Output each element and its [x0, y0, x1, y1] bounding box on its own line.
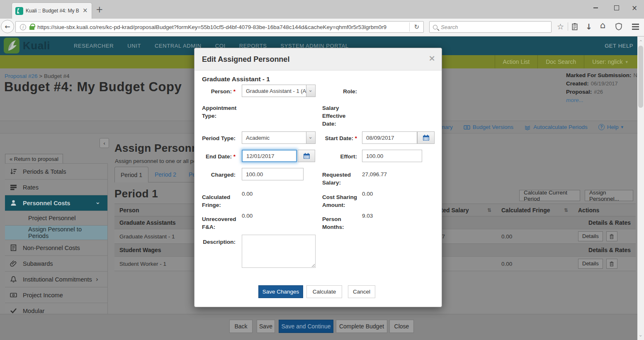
sidebar-item-project-personnel[interactable]: Project Personnel — [5, 211, 107, 225]
start-date-calendar-button[interactable] — [417, 131, 435, 144]
sidebar-item-institutional-commitments[interactable]: Institutional Commitments — [5, 271, 107, 287]
start-date-input[interactable] — [362, 131, 417, 144]
new-tab-button[interactable] — [96, 5, 103, 15]
charged-input[interactable] — [242, 168, 304, 180]
scroll-up-arrow[interactable] — [637, 37, 644, 44]
nav-unit[interactable]: UNIT — [127, 43, 141, 49]
unrecovered-fa-value: 0.00 — [242, 213, 253, 219]
budget-versions-link[interactable]: Budget Versions — [464, 124, 513, 130]
details-button[interactable]: Details — [578, 259, 603, 269]
effort-input[interactable] — [362, 150, 422, 162]
window-maximize-button[interactable] — [610, 2, 624, 14]
calculate-button[interactable]: Calculate — [306, 285, 342, 298]
rates-icon — [10, 184, 17, 191]
sidebar-item-personnel-costs[interactable]: Personnel Costs — [5, 195, 107, 211]
sidebar-item-non-personnel-costs[interactable]: Non-Personnel Costs — [5, 240, 107, 255]
person-select[interactable]: Graduate Assistant - 1 (A — [242, 85, 316, 97]
trash-button[interactable] — [606, 259, 617, 269]
browser-tab[interactable]: Kuali :: Budget #4: My Budg — [12, 2, 92, 19]
details-rates-link[interactable]: Details & Rates — [573, 244, 636, 257]
return-to-proposal-button[interactable]: « Return to proposal — [5, 154, 63, 164]
sidebar-collapse-button[interactable] — [100, 138, 109, 148]
chevron-down-icon — [306, 85, 315, 97]
doc-search-link[interactable]: Doc Search — [537, 55, 584, 68]
close-icon[interactable] — [428, 54, 435, 62]
action-list-link[interactable]: Action List — [495, 55, 538, 68]
kuali-logo — [3, 37, 20, 54]
home-icon[interactable] — [600, 21, 605, 29]
complete-budget-button[interactable]: Complete Budget — [336, 320, 387, 333]
fringe-cell: 0.00 — [496, 257, 573, 271]
tab-period-1[interactable]: Period 1 — [114, 167, 148, 182]
tab-close-icon[interactable] — [82, 7, 88, 14]
end-date-label: End Date: — [194, 153, 236, 160]
bell-icon — [10, 276, 17, 283]
tab-period-2[interactable]: Period 2 — [148, 167, 182, 182]
check-icon — [10, 307, 17, 314]
sort-toggle-icon[interactable] — [487, 207, 491, 213]
sidebar-item-assign-personnel-to-periods[interactable]: Assign Personnel to Periods — [5, 225, 107, 240]
sidebar-item-subawards[interactable]: Subawards — [5, 255, 107, 271]
sidebar-item-rates[interactable]: Rates — [5, 179, 107, 195]
chevron-down-icon — [306, 132, 315, 143]
reload-icon[interactable] — [409, 22, 421, 32]
close-button[interactable]: Close — [389, 320, 414, 333]
menu-icon[interactable] — [632, 24, 639, 25]
meta-value: 06/19/2017 — [591, 80, 618, 87]
nav-researcher[interactable]: RESEARCHER — [74, 43, 114, 49]
breadcrumb-proposal-link[interactable]: Proposal #26 — [5, 73, 38, 79]
save-button[interactable]: Save — [257, 320, 275, 333]
details-button[interactable]: Details — [578, 231, 603, 241]
save-changes-button[interactable]: Save Changes — [258, 285, 303, 298]
fringe-cell: 0.00 — [496, 229, 573, 244]
scroll-down-arrow[interactable] — [637, 333, 644, 339]
window-minimize-button[interactable] — [588, 2, 603, 14]
back-page-button[interactable]: Back — [229, 320, 253, 333]
shield-icon[interactable] — [615, 23, 622, 30]
more-link[interactable]: more... — [566, 97, 583, 103]
lock-icon — [29, 26, 34, 30]
breadcrumb: Proposal #26 > Budget #4 — [5, 73, 70, 79]
appointment-type-label: Appointment Type: — [202, 104, 243, 120]
autocalculate-periods-link[interactable]: Autocalculate Periods — [524, 124, 588, 130]
sidebar-item-project-income[interactable]: Project Income — [5, 287, 107, 303]
cancel-button[interactable]: Cancel — [348, 285, 375, 298]
search-input[interactable] — [440, 24, 548, 31]
period-type-select[interactable]: Academic — [242, 131, 316, 144]
library-icon[interactable] — [571, 23, 578, 30]
window-close-button[interactable] — [627, 2, 642, 14]
get-help-link[interactable]: GET HELP — [605, 43, 633, 49]
calculate-current-period-button[interactable]: Calculate Current Period — [519, 190, 580, 201]
end-date-calendar-button[interactable] — [298, 150, 315, 162]
person-months-label: Person Months: — [322, 215, 351, 231]
chevron-down-icon — [94, 202, 102, 204]
calculated-fringe-value: 0.00 — [242, 191, 253, 197]
sort-toggle-icon[interactable] — [564, 207, 568, 213]
info-icon[interactable] — [20, 24, 26, 30]
search-box — [429, 21, 552, 33]
trash-button[interactable] — [606, 231, 617, 241]
end-date-input[interactable] — [242, 150, 297, 162]
assign-personnel-button[interactable]: Assign Personnel... — [585, 190, 633, 201]
cost-sharing-label: Cost Sharing Amount: — [322, 193, 364, 209]
details-rates-link[interactable]: Details & Rates — [573, 216, 636, 229]
period-type-label: Period Type: — [194, 134, 236, 142]
back-button[interactable] — [1, 20, 14, 33]
person-months-value: 9.03 — [362, 213, 373, 219]
downloads-icon[interactable] — [586, 22, 592, 31]
save-and-continue-button[interactable]: Save and Continue — [279, 320, 333, 333]
help-menu[interactable]: Help — [598, 124, 623, 130]
user-menu[interactable]: User: nglick — [584, 55, 636, 68]
unrecovered-fa-label: Unrecovered F&A: — [202, 215, 248, 231]
help-icon — [598, 124, 605, 130]
browser-titlebar: Kuali :: Budget #4: My Budg — [0, 0, 644, 19]
url-bar[interactable]: https://siue-sbx.kuali.co/res/kc-pd-krad… — [15, 21, 424, 33]
bookmark-star-icon[interactable] — [557, 22, 564, 31]
charged-label: Charged: — [194, 171, 236, 179]
scrollbar-thumb[interactable] — [638, 46, 643, 108]
calendar-icon — [303, 153, 310, 159]
description-textarea[interactable] — [242, 235, 316, 268]
calendar-icon — [423, 134, 430, 141]
page-scrollbar[interactable] — [637, 36, 644, 340]
sidebar-item-periods-totals[interactable]: Periods & Totals — [5, 163, 107, 179]
